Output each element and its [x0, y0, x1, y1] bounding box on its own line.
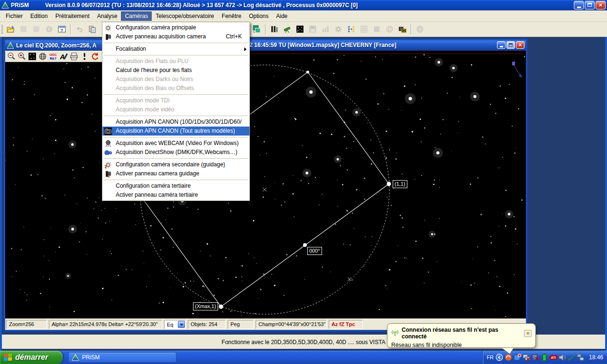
- starfield-icon[interactable]: [27, 51, 37, 62]
- menu-separator: [103, 158, 248, 159]
- camera-menu-item[interactable]: Acquisition APN CANON (10D/1Ds/300D/1D/D…: [102, 118, 249, 127]
- menubar-item-analyse[interactable]: Analyse: [93, 11, 121, 21]
- camera-menu-item[interactable]: 2Configuration caméra secondaire (guidag…: [102, 160, 249, 169]
- menu-item-label: Acquisition mode vidéo: [116, 105, 242, 114]
- minimize-button[interactable]: [574, 1, 584, 9]
- refresh-icon[interactable]: [90, 51, 100, 62]
- menubar-item-telescope-observatoire[interactable]: Telescope/observatoire: [152, 11, 218, 21]
- battery-icon[interactable]: [541, 354, 548, 361]
- center-cross-marker: [263, 188, 267, 191]
- print-icon[interactable]: [69, 51, 79, 62]
- menu-item-label: Calcul de l'heure pour les flats: [116, 66, 242, 75]
- map-title-left: Le ciel EQ.2000, Zoom=256, A: [16, 42, 96, 49]
- zoom-in-icon[interactable]: [17, 51, 27, 62]
- ati-icon[interactable]: ATI: [550, 354, 557, 361]
- language-indicator[interactable]: FR: [487, 355, 494, 360]
- label-corner-1-1: (1,1): [393, 180, 407, 188]
- catalog-ugc-icon[interactable]: UGCRk?: [48, 51, 58, 62]
- frame-edge-midpoint: [303, 243, 307, 247]
- menubar-item-fichier[interactable]: Fichier: [2, 11, 27, 21]
- help-icon[interactable]: ?: [56, 23, 68, 35]
- camera-menu-item[interactable]: Acquisition DirectShow (DMK/DFK,Webcams……: [102, 148, 249, 157]
- label-corner-xmax-1: (Xmax,1): [193, 302, 218, 310]
- status-constellation: Peg: [228, 320, 254, 329]
- menubar-item-cam-ras[interactable]: Caméras: [121, 11, 152, 21]
- toolbar-grip[interactable]: [1, 24, 3, 35]
- camera-menu-item[interactable]: Acquisition APN CANON (Tout autres modèl…: [102, 127, 249, 136]
- antivirus-icon[interactable]: [505, 354, 512, 361]
- map-close-button[interactable]: ×: [516, 41, 524, 49]
- svg-text:2: 2: [105, 164, 107, 169]
- zoom-out-icon[interactable]: [6, 51, 17, 62]
- camera-menu-item[interactable]: Configuration caméra tertiaire: [102, 182, 249, 191]
- map-titlebar[interactable]: Le ciel EQ.2000, Zoom=256, A 2 16:45:59 …: [5, 40, 526, 51]
- menu-separator: [103, 137, 248, 137]
- map-minimize-button[interactable]: [497, 41, 506, 49]
- telescope-icon[interactable]: [281, 23, 293, 35]
- menu-separator: [103, 55, 248, 55]
- menu-separator: [103, 180, 248, 180]
- menu-item-label: Activer panneau caméra tertiaire: [116, 191, 242, 200]
- camera-menu-item[interactable]: 2Activer panneau camera guidage: [102, 169, 249, 178]
- camera-menu-item[interactable]: Focalisation: [102, 45, 249, 54]
- camera-config-icon: [103, 24, 113, 32]
- status-objects: Objets: 254: [188, 320, 226, 329]
- display-error-icon[interactable]: [532, 354, 539, 361]
- list-icon[interactable]: [345, 23, 357, 35]
- menu-separator: [103, 94, 248, 95]
- taskbar-task-prism[interactable]: PRiSM: [68, 352, 176, 363]
- chevron-down-icon[interactable]: [178, 321, 185, 328]
- status-display-modes[interactable]: Az fZ Tpc: [329, 320, 363, 329]
- toolbar-separator: [265, 24, 266, 35]
- menubar-item-edition[interactable]: Edition: [27, 11, 52, 21]
- close-button[interactable]: ×: [596, 1, 606, 9]
- prism-logo-icon: [7, 42, 14, 49]
- start-button[interactable]: démarrer: [0, 351, 63, 364]
- wireless-disabled-icon[interactable]: [523, 354, 530, 361]
- camera-panel-icon: [103, 33, 113, 41]
- paste-icon[interactable]: [86, 23, 98, 35]
- open-file-icon[interactable]: [5, 23, 17, 35]
- usb-icon[interactable]: [568, 354, 575, 361]
- camera-menu-item[interactable]: Acquisition avec WEBCAM (Video For Windo…: [102, 139, 249, 148]
- mdi-windows-icon[interactable]: [251, 23, 263, 35]
- camera-menu-item[interactable]: Activer panneau acquisition cameraCtrl+K: [102, 32, 249, 41]
- map-window-controls: ×: [497, 41, 524, 49]
- camera-menu-item: Acquisition mode vidéo: [102, 105, 249, 114]
- balloon-close-icon[interactable]: ×: [524, 330, 532, 337]
- info-icon: i: [43, 23, 55, 35]
- globe-small-icon: [384, 23, 395, 35]
- menubar-item-aide[interactable]: Aide: [272, 11, 291, 21]
- camera-menu-item[interactable]: Calcul de l'heure pour les flats: [102, 66, 249, 75]
- sky-canvas[interactable]: (1,1) 000° (Xmax,1) UGCRk?A: [5, 51, 526, 318]
- globe-wire-icon[interactable]: [37, 51, 48, 62]
- camera-menu-item: Acquisition des Darks ou Noirs: [102, 75, 249, 84]
- hide-icons-icon[interactable]: [496, 354, 503, 361]
- volume-icon[interactable]: [559, 354, 566, 361]
- pillars-icon[interactable]: [268, 23, 280, 35]
- menubar-item-fen-tre[interactable]: Fenêtre: [218, 11, 245, 21]
- menubar-item-options[interactable]: Options: [245, 11, 272, 21]
- network-icon[interactable]: [577, 354, 584, 361]
- compass-arrow-icon: [512, 62, 522, 77]
- restore-button[interactable]: [585, 1, 595, 9]
- frame-vertex-top: [306, 71, 309, 73]
- menubar-item-pr-traitement[interactable]: Prétraitement: [52, 11, 93, 21]
- camera-menu-item: Acquisition mode TDI: [102, 96, 249, 105]
- balloon-body: Réseau sans fil indisponible: [391, 342, 532, 348]
- alert-icon[interactable]: [79, 51, 90, 62]
- map-restore-button[interactable]: [506, 41, 515, 49]
- toolbar-group-left: i?: [5, 23, 98, 35]
- balloon-title: Connexion réseau sans fil n'est pas conn…: [402, 327, 521, 340]
- camera-menu-item[interactable]: Configuration caméra principale: [102, 23, 249, 32]
- frame-select[interactable]: Eq: [164, 320, 186, 329]
- svg-text:2: 2: [108, 173, 110, 178]
- app-frame-left: [0, 37, 2, 351]
- cameras-icon[interactable]: [396, 23, 408, 35]
- update-icon[interactable]: [514, 354, 521, 361]
- tray-icons: ATI: [496, 354, 584, 361]
- grid-icon: [358, 23, 370, 35]
- annotate-icon[interactable]: A: [58, 51, 69, 62]
- skymap-icon[interactable]: [294, 23, 306, 35]
- camera-menu-item[interactable]: Activer panneau caméra tertiaire: [102, 191, 249, 200]
